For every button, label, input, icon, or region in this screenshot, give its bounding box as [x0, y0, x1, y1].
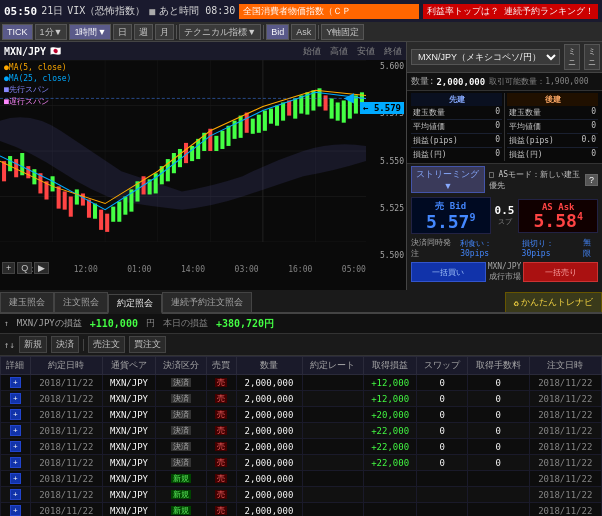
technical-btn[interactable]: テクニカル指標▼	[179, 24, 261, 40]
month-btn[interactable]: 月	[155, 24, 174, 40]
cell-swap	[417, 503, 468, 517]
pair-dropdown[interactable]: MXN/JPY（メキシコペソ/円）	[411, 49, 560, 65]
cell-detail[interactable]: +	[1, 439, 31, 455]
zoom-in-btn[interactable]: +	[2, 262, 15, 274]
svg-rect-57	[281, 102, 285, 120]
expand-btn[interactable]: +	[10, 393, 21, 404]
tab-chumon[interactable]: 注文照会	[54, 292, 108, 312]
tab-training[interactable]: ♻ かんたんトレナビ	[505, 292, 602, 312]
1hour-btn[interactable]: 1時間▼	[69, 24, 111, 40]
svg-rect-22	[69, 196, 73, 216]
cell-detail[interactable]: +	[1, 487, 31, 503]
ma5-label: ●MA(5, close)	[4, 62, 71, 73]
cell-pair: MXN/JPY	[102, 487, 155, 503]
cell-detail[interactable]: +	[1, 471, 31, 487]
cell-detail[interactable]: +	[1, 407, 31, 423]
sep2	[263, 25, 264, 39]
zoom-out-btn[interactable]: Q	[17, 262, 32, 274]
cell-date: 2018/11/22	[30, 391, 102, 407]
event-display: 全国消費者物価指数（ＣＰ	[239, 4, 418, 19]
minimize-btn[interactable]: ミニ	[564, 44, 580, 70]
cell-side: 売	[206, 375, 236, 391]
tab-yakujo[interactable]: 約定照会	[108, 294, 162, 314]
expand-btn[interactable]: +	[10, 425, 21, 436]
profit-bar: ↑ MXN/JPYの損益 +110,000 円 本日の損益 +380,720円	[0, 314, 602, 334]
cell-order-date: 2018/11/22	[529, 407, 601, 423]
cell-detail[interactable]: +	[1, 391, 31, 407]
table-row: + 2018/11/22 MXN/JPY 決済 売 2,000,000 +22,…	[1, 439, 602, 455]
ato-row-4: 損益(円)0	[507, 148, 598, 161]
cell-pnl	[364, 487, 417, 503]
col-side: 売買	[206, 357, 236, 375]
cell-rate	[302, 455, 364, 471]
expand-btn[interactable]: +	[10, 457, 21, 468]
cell-detail[interactable]: +	[1, 423, 31, 439]
minimize2-btn[interactable]: ミニ	[584, 44, 600, 70]
tab-renzoku[interactable]: 連続予約注文照会	[162, 292, 252, 312]
cell-fee: 0	[468, 439, 530, 455]
expand-btn[interactable]: +	[10, 409, 21, 420]
index-display: VIX（恐怖指数）	[67, 4, 145, 18]
bid-btn[interactable]: Bid	[266, 24, 289, 40]
yaxis-btn[interactable]: Y軸固定	[321, 24, 364, 40]
expand-btn[interactable]: +	[10, 489, 21, 500]
expand-btn[interactable]: +	[10, 505, 21, 516]
cell-type: 決済	[156, 439, 207, 455]
cell-detail[interactable]: +	[1, 455, 31, 471]
cell-fee: 0	[468, 455, 530, 471]
y-label-4: 5.525	[380, 204, 404, 213]
y-label-3: 5.550	[380, 157, 404, 166]
cell-qty: 2,000,000	[236, 407, 302, 423]
col-rate: 約定レート	[302, 357, 364, 375]
cell-detail[interactable]: +	[1, 503, 31, 517]
cell-detail[interactable]: +	[1, 375, 31, 391]
chart-pair-label: MXN/JPY	[4, 46, 46, 57]
ask-price: 5.584	[523, 212, 593, 230]
filter-buy-btn[interactable]: 買注文	[129, 336, 166, 353]
svg-rect-51	[245, 113, 249, 133]
help-btn[interactable]: ?	[585, 174, 598, 186]
cell-pnl: +22,000	[364, 439, 417, 455]
cell-order-date: 2018/11/22	[529, 487, 601, 503]
streaming-btn[interactable]: ストリーミング ▼	[411, 166, 485, 193]
ask-btn[interactable]: Ask	[291, 24, 316, 40]
scroll-right-btn[interactable]: ▶	[34, 262, 49, 274]
cell-order-date: 2018/11/22	[529, 471, 601, 487]
cell-date: 2018/11/22	[30, 423, 102, 439]
ato-row-2: 平均値価0	[507, 120, 598, 134]
sell-all-btn[interactable]: 一括売り	[523, 262, 598, 282]
cell-date: 2018/11/22	[30, 407, 102, 423]
expand-btn[interactable]: +	[10, 441, 21, 452]
svg-rect-67	[342, 100, 346, 122]
day-btn[interactable]: 日	[113, 24, 132, 40]
separator: ■	[149, 6, 155, 17]
svg-rect-64	[324, 95, 328, 110]
tab-tategyoku[interactable]: 建玉照会	[0, 292, 54, 312]
expand-btn[interactable]: +	[10, 473, 21, 484]
tab-bar: 建玉照会 注文照会 約定照会 連続予約注文照会 ♻ かんたんトレナビ	[0, 290, 602, 314]
filter-settled-btn[interactable]: 決済	[51, 336, 79, 353]
week-btn[interactable]: 週	[134, 24, 153, 40]
cell-swap: 0	[417, 455, 468, 471]
span2-label: ■遅行スパン	[4, 96, 71, 107]
ato-row-1: 建玉数量0	[507, 106, 598, 120]
1min-btn[interactable]: 1分▼	[35, 24, 68, 40]
cell-date: 2018/11/22	[30, 503, 102, 517]
filter-sell-btn[interactable]: 売注文	[88, 336, 125, 353]
cell-rate	[302, 503, 364, 517]
expand-btn[interactable]: +	[10, 377, 21, 388]
col-sep	[504, 93, 505, 161]
svg-rect-21	[63, 191, 67, 209]
x-label-2: 12:00	[74, 265, 98, 274]
tick-btn[interactable]: TICK	[2, 24, 33, 40]
trades-table: 詳細 約定日時 通貨ペア 決済区分 売買 数量 約定レート 取得損益 スワップ …	[0, 356, 602, 516]
saki-row-4: 損益(円)0	[411, 148, 502, 161]
ato-val-1: 0	[591, 107, 596, 118]
cell-pair: MXN/JPY	[102, 407, 155, 423]
cell-pnl: +12,000	[364, 391, 417, 407]
svg-rect-54	[263, 111, 267, 131]
filter-new-btn[interactable]: 新規	[19, 336, 47, 353]
buy-all-btn[interactable]: 一括買い	[411, 262, 486, 282]
available-lot: 取引可能数量：1,900,000	[489, 76, 588, 87]
cell-swap: 0	[417, 407, 468, 423]
